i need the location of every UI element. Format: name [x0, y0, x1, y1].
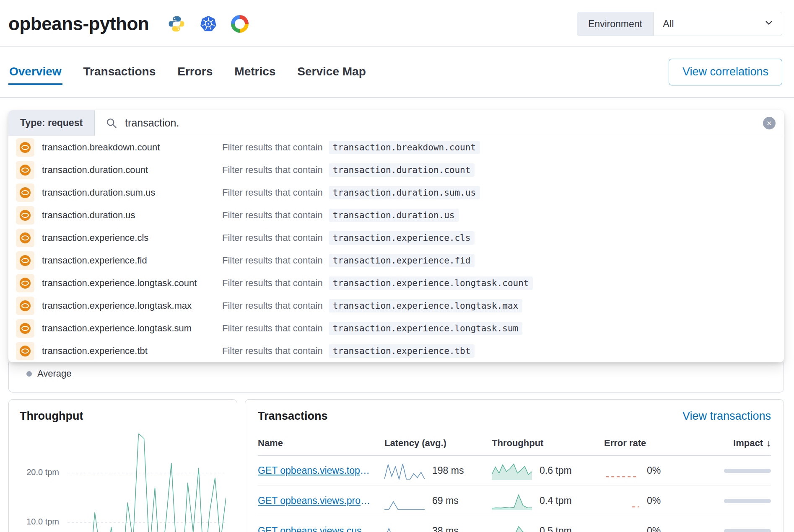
table-header-row: Name Latency (avg.) Throughput Error rat…: [258, 434, 771, 456]
suggestion-code: transaction.experience.longtask.sum: [329, 322, 523, 335]
throughput-sparkline: [492, 461, 532, 480]
suggestion-description: Filter results that contain: [222, 232, 323, 243]
suggestion-item[interactable]: transaction.experience.longtask.sum Filt…: [8, 317, 784, 340]
suggestion-code: transaction.experience.cls: [329, 231, 475, 245]
throughput-sparkline: [492, 491, 532, 511]
field-icon: [16, 206, 34, 225]
column-header-latency[interactable]: Latency (avg.): [384, 438, 481, 449]
clear-search-icon[interactable]: ×: [763, 117, 776, 129]
suggestion-field-name: transaction.breakdown.count: [42, 142, 222, 153]
suggestion-field-name: transaction.experience.longtask.count: [42, 278, 222, 289]
impact-bar: [700, 529, 771, 532]
suggestion-item[interactable]: transaction.experience.longtask.max Filt…: [8, 294, 784, 317]
chevron-down-icon: [764, 18, 773, 30]
error-rate-value: 0%: [647, 465, 661, 476]
python-icon: [167, 15, 186, 33]
tab-transactions[interactable]: Transactions: [83, 59, 157, 85]
column-header-throughput[interactable]: Throughput: [492, 438, 593, 449]
suggestion-item[interactable]: transaction.duration.sum.us Filter resul…: [8, 181, 784, 204]
transaction-link[interactable]: GET opbeans.views.top_pr...: [258, 465, 374, 476]
transaction-link[interactable]: GET opbeans.views.produc...: [258, 495, 374, 506]
search-input[interactable]: [124, 116, 755, 129]
view-correlations-button[interactable]: View correlations: [669, 59, 782, 85]
suggestion-item[interactable]: transaction.duration.us Filter results t…: [8, 204, 784, 227]
service-tabs-bar: Overview Transactions Errors Metrics Ser…: [0, 46, 794, 98]
suggestion-description: Filter results that contain: [222, 278, 323, 289]
suggestion-description: Filter results that contain: [222, 300, 323, 311]
error-rate-value: 0%: [647, 525, 661, 532]
suggestion-field-name: transaction.experience.longtask.sum: [42, 323, 222, 334]
suggestion-code: transaction.duration.us: [329, 209, 459, 222]
suggestion-code: transaction.duration.sum.us: [329, 186, 480, 199]
suggestion-item[interactable]: transaction.breakdown.count Filter resul…: [8, 136, 784, 159]
agent-icons: [167, 15, 249, 33]
error-rate-sparkline: [604, 493, 639, 509]
field-icon: [16, 319, 34, 338]
suggestion-item[interactable]: transaction.duration.count Filter result…: [8, 159, 784, 181]
suggestion-item[interactable]: transaction.experience.cls Filter result…: [8, 227, 784, 249]
tab-overview[interactable]: Overview: [8, 59, 62, 85]
latency-sparkline: [384, 491, 425, 511]
latency-panel: Average: [8, 362, 784, 393]
suggestion-item[interactable]: transaction.experience.longtask.count Fi…: [8, 272, 784, 294]
latency-sparkline: [384, 522, 425, 532]
impact-bar: [700, 499, 771, 503]
column-header-error-rate[interactable]: Error rate: [604, 438, 689, 449]
throughput-value: 0.4 tpm: [540, 495, 572, 506]
transactions-panel: Transactions View transactions Name Late…: [245, 399, 784, 532]
table-row: GET opbeans.views.custo... 38 ms 0.5 tpm…: [258, 516, 771, 532]
suggestion-description: Filter results that contain: [222, 255, 323, 266]
latency-value: 38 ms: [432, 525, 459, 532]
y-axis-tick-label: 10.0 tpm: [20, 517, 59, 527]
suggestion-code: transaction.experience.fid: [329, 254, 475, 267]
transaction-type-filter-badge[interactable]: Type: request: [8, 110, 95, 136]
field-icon: [16, 297, 34, 315]
suggestion-item[interactable]: transaction.experience.tbt Filter result…: [8, 340, 784, 362]
field-icon: [16, 274, 34, 292]
suggestion-description: Filter results that contain: [222, 142, 323, 153]
kubernetes-icon: [199, 15, 218, 33]
transaction-link[interactable]: GET opbeans.views.custo...: [258, 525, 374, 532]
suggestion-field-name: transaction.experience.longtask.max: [42, 300, 222, 311]
tab-metrics[interactable]: Metrics: [234, 59, 276, 85]
column-header-impact[interactable]: Impact ↓: [733, 438, 771, 449]
legend-dot-icon: [26, 371, 32, 377]
column-header-name[interactable]: Name: [258, 438, 374, 449]
chart-legend: Average: [26, 368, 784, 379]
table-row: GET opbeans.views.produc... 69 ms 0.4 tp…: [258, 486, 771, 516]
suggestion-code: transaction.experience.tbt: [329, 344, 475, 358]
tab-service-map[interactable]: Service Map: [296, 59, 366, 85]
error-rate-sparkline: [604, 462, 639, 479]
page-title: opbeans-python: [8, 13, 149, 34]
throughput-chart: 20.0 tpm10.0 tpm: [20, 434, 226, 532]
y-axis-tick-label: 20.0 tpm: [20, 467, 59, 477]
transactions-table: Name Latency (avg.) Throughput Error rat…: [258, 434, 771, 532]
suggestion-field-name: transaction.duration.count: [42, 165, 222, 176]
field-icon: [16, 161, 34, 179]
field-icon: [16, 342, 34, 360]
tab-errors[interactable]: Errors: [176, 59, 213, 85]
field-icon: [16, 183, 34, 202]
latency-value: 198 ms: [432, 465, 464, 476]
throughput-panel: Throughput 20.0 tpm10.0 tpm: [8, 399, 237, 532]
environment-select[interactable]: All: [654, 12, 782, 36]
error-rate-sparkline: [604, 523, 639, 532]
throughput-value: 0.6 tpm: [540, 465, 572, 476]
view-transactions-link[interactable]: View transactions: [682, 410, 771, 423]
legend-label: Average: [37, 368, 72, 379]
throughput-value: 0.5 tpm: [540, 525, 572, 532]
bottom-panels: Throughput 20.0 tpm10.0 tpm Transactions…: [8, 399, 784, 532]
main-content: Type: request × transaction.breakdown.co…: [0, 110, 794, 532]
service-header: opbeans-python: [0, 0, 794, 46]
suggestion-description: Filter results that contain: [222, 346, 323, 356]
throughput-sparkline: [492, 522, 532, 532]
field-icon: [16, 138, 34, 157]
field-icon: [16, 229, 34, 247]
transactions-panel-title: Transactions: [258, 410, 328, 423]
suggestion-description: Filter results that contain: [222, 165, 323, 176]
environment-value: All: [663, 18, 674, 30]
search-icon: [106, 117, 117, 129]
suggestion-item[interactable]: transaction.experience.fid Filter result…: [8, 249, 784, 272]
suggestion-field-name: transaction.duration.sum.us: [42, 187, 222, 198]
google-cloud-icon: [231, 15, 249, 33]
